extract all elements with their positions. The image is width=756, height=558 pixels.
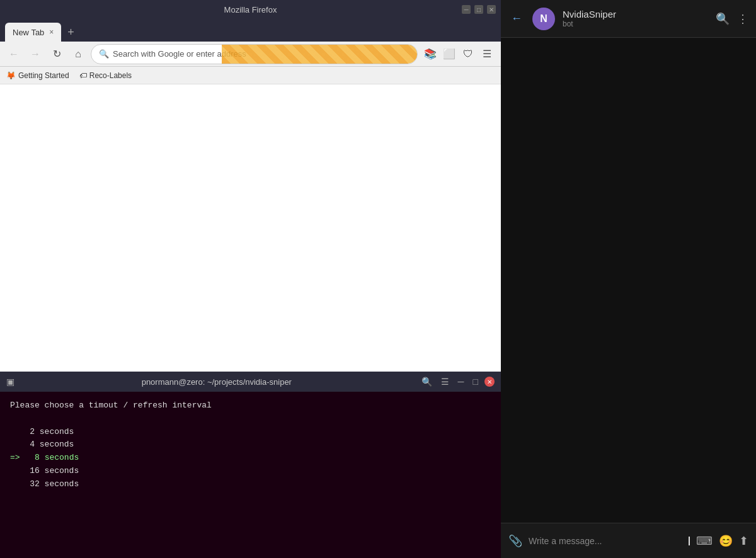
firefox-title: Mozilla Firefox bbox=[224, 5, 277, 14]
left-panel: Mozilla Firefox ─ □ ✕ New Tab × + ← → bbox=[0, 0, 501, 558]
terminal-option-3-selected: => 8 seconds bbox=[10, 452, 491, 465]
bookmark-reco-labels-label: Reco-Labels bbox=[89, 71, 132, 80]
menu-button[interactable]: ☰ bbox=[478, 45, 496, 63]
terminal-prompt-line: Please choose a timout / refresh interva… bbox=[10, 399, 491, 413]
search-icon: 🔍 bbox=[99, 49, 109, 59]
library-button[interactable]: 📚 bbox=[421, 45, 439, 63]
terminal-controls: 🔍 ☰ ─ □ ✕ bbox=[419, 375, 495, 388]
terminal-search-button[interactable]: 🔍 bbox=[419, 375, 435, 388]
chat-username: NvidiaSniper bbox=[563, 9, 708, 20]
address-bar[interactable]: 🔍 Search with Google or enter address bbox=[91, 44, 418, 64]
firefox-toolbar: ← → ↻ ⌂ 🔍 Search with Google or enter ad… bbox=[0, 42, 501, 67]
chat-input-area: 📎 ⌨ 😊 ⬆ bbox=[501, 523, 756, 558]
terminal-maximize-button[interactable]: □ bbox=[471, 375, 481, 388]
new-tab-button[interactable]: + bbox=[64, 23, 78, 42]
home-button[interactable]: ⌂ bbox=[69, 45, 87, 63]
chat-user-info: NvidiaSniper bot bbox=[563, 9, 708, 28]
container-button[interactable]: ⬜ bbox=[440, 45, 458, 63]
firefox-content bbox=[0, 84, 501, 372]
terminal-prompt-text: Please choose a timout / refresh interva… bbox=[10, 401, 212, 410]
forward-button[interactable]: → bbox=[26, 45, 44, 63]
emoji-icon[interactable]: 😊 bbox=[719, 534, 733, 548]
firefox-tabbar: New Tab × + bbox=[0, 19, 501, 42]
bookmark-getting-started-label: Getting Started bbox=[18, 71, 69, 80]
toolbar-icons: 📚 ⬜ 🛡 ☰ bbox=[421, 45, 496, 63]
bookmark-reco-labels[interactable]: 🏷 Reco-Labels bbox=[79, 71, 132, 80]
cursor bbox=[689, 537, 690, 545]
send-icon[interactable]: ⬆ bbox=[739, 534, 748, 548]
firefox-titlebar: Mozilla Firefox ─ □ ✕ bbox=[0, 0, 501, 19]
chat-body bbox=[501, 38, 756, 523]
chat-send-icons: ⌨ 😊 ⬆ bbox=[696, 534, 748, 548]
chat-search-icon[interactable]: 🔍 bbox=[716, 12, 730, 26]
chat-input-field[interactable] bbox=[529, 536, 682, 546]
firefox-bookmarks: 🦊 Getting Started 🏷 Reco-Labels bbox=[0, 67, 501, 84]
terminal-option-2: 4 seconds bbox=[10, 438, 491, 452]
attachment-icon[interactable]: 📎 bbox=[508, 534, 522, 548]
chat-header: ← N NvidiaSniper bot 🔍 ⋮ bbox=[501, 0, 756, 38]
avatar: N bbox=[532, 8, 555, 30]
firefox-icon: 🦊 bbox=[6, 71, 16, 80]
tab-close-icon[interactable]: × bbox=[49, 28, 54, 37]
maximize-button[interactable]: □ bbox=[474, 5, 483, 14]
close-button[interactable]: ✕ bbox=[487, 5, 496, 14]
firefox-tab-new[interactable]: New Tab × bbox=[5, 23, 61, 42]
terminal-option-5: 32 seconds bbox=[10, 478, 491, 491]
label-icon: 🏷 bbox=[79, 71, 87, 80]
tab-label: New Tab bbox=[13, 28, 44, 37]
terminal-option-1: 2 seconds bbox=[10, 426, 491, 439]
titlebar-controls: ─ □ ✕ bbox=[462, 5, 496, 14]
terminal-option-4: 16 seconds bbox=[10, 465, 491, 478]
terminal-menu-button[interactable]: ☰ bbox=[438, 375, 452, 388]
chat-more-icon[interactable]: ⋮ bbox=[737, 12, 748, 26]
terminal-title: pnormann@zero: ~/projects/nvidia-sniper bbox=[20, 377, 414, 387]
terminal-window: ▣ pnormann@zero: ~/projects/nvidia-snipe… bbox=[0, 372, 501, 558]
terminal-icon: ▣ bbox=[6, 377, 14, 387]
shield-button[interactable]: 🛡 bbox=[459, 45, 477, 63]
loading-indicator bbox=[222, 45, 417, 64]
chat-back-button[interactable]: ← bbox=[508, 9, 525, 28]
terminal-minimize-button[interactable]: ─ bbox=[455, 375, 467, 388]
chat-status: bot bbox=[563, 20, 708, 28]
firefox-window: Mozilla Firefox ─ □ ✕ New Tab × + ← → bbox=[0, 0, 501, 372]
terminal-body: Please choose a timout / refresh interva… bbox=[0, 392, 501, 558]
chat-header-icons: 🔍 ⋮ bbox=[716, 12, 748, 26]
right-panel: ← N NvidiaSniper bot 🔍 ⋮ 📎 ⌨ 😊 ⬆ bbox=[501, 0, 756, 558]
minimize-button[interactable]: ─ bbox=[462, 5, 471, 14]
terminal-arrow: => bbox=[10, 453, 20, 462]
back-button[interactable]: ← bbox=[5, 45, 23, 63]
keyboard-icon[interactable]: ⌨ bbox=[696, 534, 713, 548]
refresh-button[interactable]: ↻ bbox=[48, 45, 66, 63]
terminal-close-button[interactable]: ✕ bbox=[484, 377, 495, 387]
bookmark-getting-started[interactable]: 🦊 Getting Started bbox=[6, 71, 69, 80]
terminal-selected-value: 8 seconds bbox=[25, 453, 79, 462]
terminal-titlebar: ▣ pnormann@zero: ~/projects/nvidia-snipe… bbox=[0, 372, 501, 392]
